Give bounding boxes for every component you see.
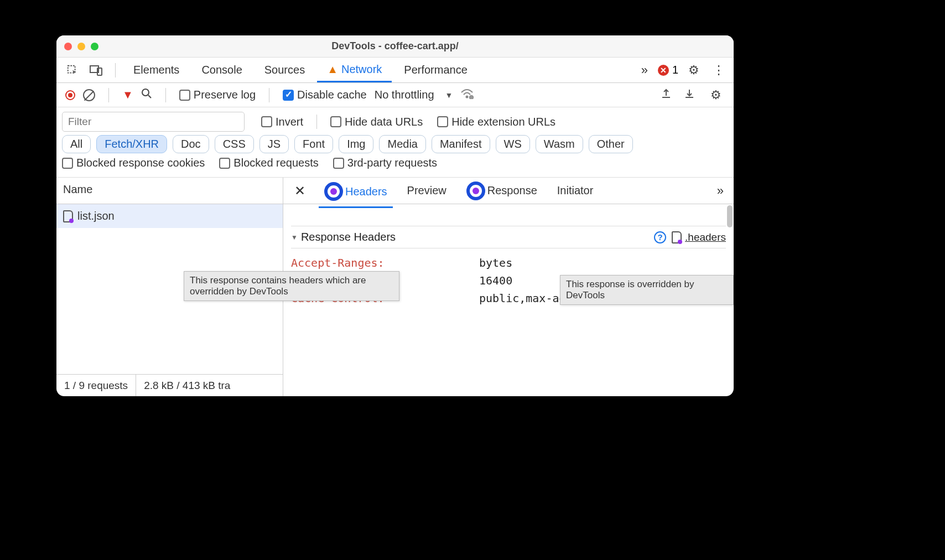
- checkbox-icon: [330, 116, 341, 127]
- expand-triangle-icon: ▼: [291, 234, 298, 241]
- headers-override-tooltip: This response contains headers which are…: [184, 271, 399, 301]
- record-icon[interactable]: [65, 90, 75, 100]
- inspect-element-icon[interactable]: [62, 64, 83, 76]
- header-value: bytes: [479, 256, 512, 269]
- blocked-requests-label: Blocked requests: [233, 157, 318, 169]
- error-count: 1: [672, 64, 678, 76]
- divider: [165, 88, 166, 102]
- type-pill-wasm[interactable]: Wasm: [536, 135, 583, 153]
- close-detail-button[interactable]: ✕: [290, 183, 310, 199]
- status-bar: 1 / 9 requests 2.8 kB / 413 kB tra: [56, 374, 283, 396]
- tab-console[interactable]: Console: [191, 58, 252, 82]
- tab-response[interactable]: Response: [461, 179, 543, 203]
- disable-cache-checkbox[interactable]: Disable cache: [283, 89, 367, 101]
- clear-icon[interactable]: [83, 89, 95, 101]
- type-pill-other[interactable]: Other: [589, 135, 633, 153]
- tab-network-label: Network: [341, 63, 382, 76]
- tab-initiator[interactable]: Initiator: [552, 182, 599, 199]
- device-toggle-icon[interactable]: [85, 65, 107, 76]
- general-section-collapsed[interactable]: [291, 210, 726, 226]
- network-settings-gear-icon[interactable]: ⚙: [707, 88, 725, 102]
- checkbox-checked-icon: [283, 90, 294, 101]
- filter-input[interactable]: [62, 112, 245, 132]
- header-row: Accept-Ranges: bytes: [291, 254, 726, 272]
- name-column-header[interactable]: Name: [56, 178, 283, 204]
- type-pill-img[interactable]: Img: [339, 135, 373, 153]
- header-key: Accept-Ranges:: [291, 256, 479, 269]
- request-row-list-json[interactable]: list.json: [56, 204, 283, 228]
- type-pill-js[interactable]: JS: [259, 135, 289, 153]
- headers-file-name: .headers: [685, 231, 726, 243]
- search-icon[interactable]: [141, 88, 152, 102]
- hide-data-urls-label: Hide data URLs: [345, 116, 423, 128]
- type-pill-doc[interactable]: Doc: [173, 135, 209, 153]
- upload-har-icon[interactable]: [661, 88, 672, 102]
- tab-network[interactable]: ▲ Network: [317, 58, 392, 82]
- override-indicator-icon: [466, 182, 485, 200]
- hide-data-urls-checkbox[interactable]: Hide data URLs: [330, 116, 423, 128]
- response-headers-section[interactable]: ▼ Response Headers ? .headers: [291, 226, 726, 248]
- help-icon[interactable]: ?: [654, 231, 666, 243]
- type-pill-ws[interactable]: WS: [496, 135, 530, 153]
- throttling-value: No throttling: [375, 89, 434, 101]
- preserve-log-label: Preserve log: [194, 89, 256, 101]
- disable-cache-label: Disable cache: [297, 89, 367, 101]
- divider: [108, 88, 109, 102]
- detail-tabs-overflow-icon[interactable]: »: [714, 184, 727, 198]
- type-pill-font[interactable]: Font: [294, 135, 333, 153]
- type-pill-manifest[interactable]: Manifest: [432, 135, 490, 153]
- type-pill-css[interactable]: CSS: [215, 135, 254, 153]
- checkbox-icon: [261, 116, 272, 127]
- type-pill-all[interactable]: All: [62, 135, 91, 153]
- tabs-overflow-icon[interactable]: »: [638, 63, 651, 77]
- devtools-window: DevTools - coffee-cart.app/ Elements Con…: [56, 35, 734, 396]
- download-har-icon[interactable]: [684, 88, 695, 102]
- hide-ext-urls-checkbox[interactable]: Hide extension URLs: [437, 116, 555, 128]
- network-toolbar: ▼ Preserve log Disable cache No throttli…: [56, 83, 734, 107]
- response-override-tooltip: This response is overridden by DevTools: [560, 275, 734, 305]
- warning-icon: ▲: [327, 63, 338, 76]
- invert-checkbox[interactable]: Invert: [261, 116, 303, 128]
- checkbox-icon: [333, 158, 344, 169]
- override-indicator-icon: [324, 182, 343, 201]
- tab-headers-label: Headers: [345, 185, 387, 198]
- settings-gear-icon[interactable]: ⚙: [685, 63, 703, 77]
- type-pill-fetch-xhr[interactable]: Fetch/XHR: [96, 135, 167, 153]
- window-title: DevTools - coffee-cart.app/: [56, 40, 734, 52]
- override-file-icon: [63, 210, 73, 222]
- checkbox-icon: [437, 116, 448, 127]
- error-badge[interactable]: ✕ 1: [658, 64, 678, 76]
- blocked-cookies-checkbox[interactable]: Blocked response cookies: [62, 157, 205, 169]
- svg-point-5: [466, 96, 468, 98]
- scrollbar-thumb[interactable]: [727, 205, 733, 227]
- headers-file-link[interactable]: .headers: [672, 231, 726, 243]
- more-menu-icon[interactable]: ⋮: [709, 63, 728, 77]
- third-party-label: 3rd-party requests: [347, 157, 437, 169]
- tab-performance[interactable]: Performance: [394, 58, 477, 82]
- svg-point-3: [142, 89, 149, 96]
- throttling-select[interactable]: No throttling ▼: [375, 89, 453, 101]
- filter-bar: Invert Hide data URLs Hide extension URL…: [56, 107, 734, 178]
- tab-elements[interactable]: Elements: [123, 58, 189, 82]
- svg-line-4: [148, 95, 151, 98]
- third-party-checkbox[interactable]: 3rd-party requests: [333, 157, 437, 169]
- error-icon: ✕: [658, 65, 669, 76]
- response-headers-title: Response Headers: [301, 231, 396, 243]
- main-tabbar: Elements Console Sources ▲ Network Perfo…: [56, 58, 734, 83]
- chevron-down-icon: ▼: [445, 91, 453, 100]
- divider: [316, 115, 317, 129]
- tab-response-label: Response: [487, 184, 537, 197]
- tab-sources[interactable]: Sources: [255, 58, 315, 82]
- blocked-cookies-label: Blocked response cookies: [76, 157, 205, 169]
- checkbox-icon: [62, 158, 73, 169]
- detail-tabbar: ✕ Headers Preview Response Initiator »: [283, 178, 734, 204]
- blocked-requests-checkbox[interactable]: Blocked requests: [219, 157, 318, 169]
- checkbox-icon: [219, 158, 230, 169]
- divider: [115, 63, 116, 77]
- filter-funnel-icon[interactable]: ▼: [122, 89, 133, 101]
- type-pill-media[interactable]: Media: [379, 135, 425, 153]
- preserve-log-checkbox[interactable]: Preserve log: [179, 89, 256, 101]
- tab-preview[interactable]: Preview: [402, 182, 452, 199]
- invert-label: Invert: [276, 116, 303, 128]
- network-conditions-icon[interactable]: [460, 88, 474, 102]
